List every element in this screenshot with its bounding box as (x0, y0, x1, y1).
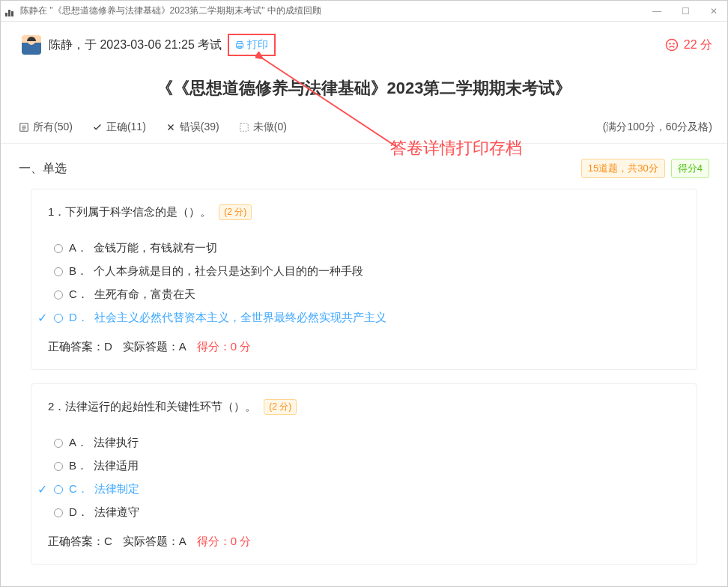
question-score: 得分：0 分 (197, 535, 252, 549)
option-label: B． (69, 264, 88, 279)
correct-answer: 正确答案：C (48, 535, 112, 549)
points-badge: (2 分) (219, 204, 252, 220)
actual-answer: 实际答题：A (123, 340, 186, 354)
svg-point-5 (673, 43, 674, 44)
option-label: C． (69, 288, 88, 302)
question-score: 得分：0 分 (197, 340, 252, 354)
option-row[interactable]: B．法律适用 (54, 454, 680, 478)
filter-tabs: 所有(50) 正确(11) 错误(39) 未做(0) (满分100分，60分及格… (1, 116, 727, 144)
option-row[interactable]: B．个人本身就是目的，社会只是达到个人目的的一种手段 (54, 260, 680, 283)
question-card: 2．法律运行的起始性和关键性环节（）。(2 分)A．法律执行B．法律适用✓C．法… (31, 383, 697, 565)
full-score-info: (满分100分，60分及格) (603, 121, 712, 134)
svg-rect-7 (240, 124, 248, 132)
check-icon: ✓ (37, 482, 48, 496)
tab-all[interactable]: 所有(50) (19, 121, 73, 134)
option-label: C． (69, 482, 88, 496)
radio-icon (54, 267, 63, 276)
section-count-badge: 15道题，共30分 (581, 159, 665, 178)
window-title: 陈静在 "《思想道德修养与法律基础》2023第二学期期末考试" 中的成绩回顾 (20, 4, 321, 17)
tab-correct[interactable]: 正确(11) (92, 121, 146, 134)
option-row[interactable]: A．法律执行 (54, 431, 680, 454)
total-score: 22 分 (664, 37, 712, 53)
check-icon (92, 122, 103, 133)
radio-icon (54, 291, 63, 299)
print-label: 打印 (247, 38, 268, 52)
section-score-badge: 得分4 (671, 159, 709, 178)
radio-icon (54, 244, 63, 253)
window-close-button[interactable]: ✕ (705, 6, 723, 16)
options-group: A．法律执行B．法律适用✓C．法律制定D．法律遵守 (48, 427, 680, 535)
header-bar: 陈静，于 2023-03-06 21:25 考试 打印 22 分 (1, 22, 727, 64)
option-label: D． (69, 311, 88, 325)
actual-answer: 实际答题：A (123, 535, 186, 549)
cross-icon (166, 122, 176, 133)
student-exam-info: 陈静，于 2023-03-06 21:25 考试 (49, 37, 222, 53)
check-icon: ✓ (37, 311, 48, 325)
option-text: 金钱万能，有钱就有一切 (94, 241, 217, 255)
question-list[interactable]: 1．下列属于科学信念的是（）。(2 分)A．金钱万能，有钱就有一切B．个人本身就… (1, 189, 727, 586)
svg-point-4 (670, 43, 670, 44)
radio-icon (54, 462, 63, 471)
options-group: A．金钱万能，有钱就有一切B．个人本身就是目的，社会只是达到个人目的的一种手段C… (48, 232, 680, 340)
radio-icon (54, 314, 63, 323)
print-button[interactable]: 打印 (228, 34, 276, 56)
option-text: 生死有命，富贵在天 (94, 288, 195, 302)
section-title: 一、单选 (19, 161, 67, 177)
option-label: B． (69, 459, 88, 473)
option-text: 法律执行 (94, 436, 139, 450)
page-title: 《《思想道德修养与法律基础》2023第二学期期末考试》 (1, 64, 727, 116)
option-text: 社会主义必然代替资本主义，全世界最终必然实现共产主义 (94, 311, 386, 325)
option-text: 个人本身就是目的，社会只是达到个人目的的一种手段 (94, 264, 363, 279)
option-text: 法律遵守 (94, 505, 139, 520)
print-icon (235, 40, 244, 49)
app-icon (5, 6, 16, 16)
question-card: 1．下列属于科学信念的是（）。(2 分)A．金钱万能，有钱就有一切B．个人本身就… (31, 189, 697, 370)
option-row[interactable]: ✓D．社会主义必然代替资本主义，全世界最终必然实现共产主义 (54, 306, 680, 329)
tab-wrong[interactable]: 错误(39) (166, 121, 219, 134)
option-row[interactable]: A．金钱万能，有钱就有一切 (54, 237, 680, 260)
section-header: 一、单选 15道题，共30分 得分4 (1, 144, 727, 189)
option-label: A． (69, 241, 88, 255)
radio-icon (54, 485, 63, 494)
correct-answer: 正确答案：D (48, 340, 112, 354)
question-title: 1．下列属于科学信念的是（）。(2 分) (48, 204, 680, 220)
svg-rect-1 (237, 44, 243, 48)
sad-face-icon (664, 37, 679, 52)
option-row[interactable]: D．法律遵守 (54, 501, 680, 524)
dashed-box-icon (239, 122, 249, 133)
option-row[interactable]: C．生死有命，富贵在天 (54, 283, 680, 306)
option-row[interactable]: ✓C．法律制定 (54, 478, 680, 501)
tab-undone[interactable]: 未做(0) (239, 121, 287, 134)
avatar (22, 35, 41, 55)
window-titlebar: 陈静在 "《思想道德修养与法律基础》2023第二学期期末考试" 中的成绩回顾 —… (1, 1, 727, 22)
radio-icon (54, 439, 63, 448)
question-title: 2．法律运行的起始性和关键性环节（）。(2 分) (48, 399, 680, 415)
answer-row: 正确答案：D实际答题：A得分：0 分 (48, 340, 680, 354)
score-text: 22 分 (684, 37, 712, 53)
window-minimize-button[interactable]: — (648, 6, 666, 16)
option-text: 法律制定 (94, 482, 139, 496)
list-icon (19, 122, 29, 133)
option-label: A． (69, 436, 88, 450)
window-maximize-button[interactable]: ☐ (676, 6, 694, 16)
svg-point-3 (666, 40, 677, 51)
answer-row: 正确答案：C实际答题：A得分：0 分 (48, 535, 680, 549)
points-badge: (2 分) (264, 399, 297, 415)
option-text: 法律适用 (94, 459, 139, 473)
option-label: D． (69, 505, 88, 520)
radio-icon (54, 508, 63, 517)
